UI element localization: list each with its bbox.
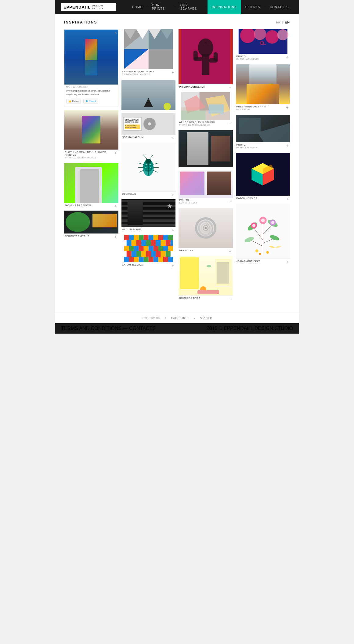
svg-point-124 (252, 224, 255, 227)
card-label-souders: SOUDERS BREA + (179, 295, 233, 300)
svg-point-29 (146, 164, 147, 165)
card-plus-construction[interactable]: + (286, 143, 289, 148)
svg-rect-53 (170, 240, 173, 246)
card-beetle[interactable]: DEYROLLE + (121, 143, 176, 196)
card-plus-eaton-cube[interactable]: + (286, 197, 289, 201)
like-button[interactable]: 👍 Faime (66, 99, 81, 103)
nav-home[interactable]: HOME (128, 0, 147, 14)
card-sproutedkitche[interactable]: SPROUTEDKITCHE + (64, 211, 118, 238)
card-plus-beetle[interactable]: + (172, 192, 174, 197)
card-plus-norman[interactable]: + (172, 136, 174, 140)
lang-sep: | (282, 20, 285, 24)
card-plus[interactable]: + (114, 150, 117, 155)
nav-scarves[interactable]: OUR SCARVES (176, 0, 207, 14)
card-fashion-dark2[interactable] (179, 130, 233, 167)
svg-point-105 (277, 29, 288, 40)
svg-rect-79 (153, 257, 158, 262)
card-plus-souders[interactable]: + (229, 296, 232, 301)
card-plus-eaton-pat[interactable]: + (172, 263, 174, 268)
card-akira-naka[interactable]: Prints by AKIRA NAKA + (179, 170, 233, 205)
card-label-norman: Norman album + (121, 135, 176, 139)
svg-rect-82 (168, 257, 173, 262)
svg-point-129 (259, 253, 261, 255)
card-shanghai[interactable]: Shanghai Worldexpo by AHONEN & LAMBERG + (121, 29, 176, 77)
card-eaton-jessica-pattern[interactable]: EATON JESSICA + (121, 235, 176, 267)
card-cloud[interactable] (121, 80, 176, 110)
logo[interactable]: EPPENDAHL DESIGN STUDIO (61, 3, 116, 11)
nav-contacts[interactable]: CONTACTS (266, 0, 293, 14)
svg-rect-54 (124, 246, 129, 251)
card-irm-design[interactable]: × MAR. 12 JUIN 2014 Photographie dolor s… (64, 29, 118, 107)
svg-line-21 (143, 155, 147, 159)
svg-rect-48 (146, 240, 151, 246)
tweet-button[interactable]: 🐦 Tweet (83, 99, 98, 103)
card-label-cherry: Photo by MICHAEL NEVIN + (236, 54, 290, 61)
card-label-hedi: HEDI SLIMANE + (121, 227, 176, 232)
card-plus-jasmina[interactable]: + (114, 204, 117, 208)
card-plus-shanghai[interactable]: + (172, 70, 174, 75)
lang-fr[interactable]: FR (276, 20, 281, 24)
card-label-sprouted: SPROUTEDKITCHE + (64, 233, 118, 238)
card-label-clothing: Clothing Beautiful Flower Printed by KEN… (64, 150, 118, 160)
svg-rect-64 (126, 251, 131, 257)
svg-point-122 (261, 219, 265, 222)
nav-prints[interactable]: OUR PRINTS (148, 0, 175, 14)
card-plus-joe[interactable]: + (229, 121, 232, 125)
facebook-icon: f (165, 317, 167, 320)
svg-rect-74 (129, 257, 134, 262)
card-plus-philipp[interactable]: + (229, 85, 232, 90)
svg-rect-50 (156, 240, 161, 246)
card-hedi-slimane[interactable]: ★ HEDI SLIMANE + (121, 199, 176, 232)
svg-point-100 (204, 227, 207, 229)
card-plus-deyrolle[interactable]: + (229, 249, 232, 254)
svg-point-30 (150, 164, 151, 165)
svg-rect-60 (153, 246, 158, 251)
inspirations-grid: × MAR. 12 JUIN 2014 Photographie dolor s… (64, 29, 290, 300)
card-plus-akira[interactable]: + (229, 198, 232, 203)
card-plus-sprouted[interactable]: + (114, 234, 117, 239)
card-eaton-cube[interactable]: EATON JESSICA + (236, 153, 290, 201)
svg-line-28 (153, 170, 158, 172)
svg-line-23 (139, 163, 144, 165)
facebook-link[interactable]: FACEBOOK (171, 317, 189, 320)
section-title: INSPIRATIONS (64, 20, 97, 24)
card-carven[interactable]: PreSpring 2012 Print by CARVEN + (236, 64, 290, 112)
main-content: INSPIRATIONS FR | EN × MAR. 12 JUIN 2014 (55, 14, 299, 313)
svg-rect-35 (129, 235, 134, 240)
card-norman[interactable]: NORMAN PALM SHORE TO SHORE AUSTRALIAN PA… (121, 113, 176, 139)
nav-clients[interactable]: CLIENTS (241, 0, 265, 14)
card-jean-marie[interactable]: JEAN-MARIE PELT + (236, 204, 290, 263)
svg-rect-66 (136, 251, 141, 257)
card-plus-cherry[interactable]: + (286, 55, 289, 60)
card-plus-jean-marie[interactable]: + (286, 259, 289, 264)
card-joe-bradley[interactable]: At Joe Bradley's Studio photo by MICHAEL… (179, 92, 233, 127)
card-construction[interactable]: Photo by HEDI SLIMANE + (236, 115, 290, 150)
viadeo-link[interactable]: VIADEO (200, 317, 212, 320)
card-deyrolle-nautilus[interactable]: DEYROLLE + (179, 208, 233, 253)
card-plus-carven[interactable]: + (286, 105, 289, 110)
svg-rect-75 (134, 257, 139, 262)
card-jasmina[interactable]: JASMINA BARSHOVI + (64, 163, 118, 208)
svg-rect-81 (163, 257, 168, 262)
card-label-joe: At Joe Bradley's Studio photo by MICHAEL… (179, 120, 233, 127)
card-cherry[interactable]: EL Photo by MICHAEL NEVIN + (236, 29, 290, 61)
footer-terms[interactable]: TERMS AND CONDITIONS — CONTACTS (61, 326, 156, 331)
nav-inspirations[interactable]: INSPIRATIONS (208, 0, 241, 14)
card-close-icon[interactable]: × (114, 31, 117, 35)
svg-rect-73 (124, 257, 129, 262)
svg-line-26 (153, 163, 158, 165)
svg-point-31 (145, 167, 146, 168)
card-plus-hedi[interactable]: + (172, 228, 174, 233)
card-souders[interactable]: SOUDERS BREA + (179, 256, 233, 300)
svg-rect-77 (143, 257, 148, 262)
card-clothing-girl[interactable]: Clothing Beautiful Flower Printed by KEN… (64, 110, 118, 160)
viadeo-icon: v (194, 317, 196, 320)
header: EPPENDAHL DESIGN STUDIO HOME · OUR PRINT… (55, 0, 299, 14)
svg-point-126 (271, 221, 274, 224)
card-philipp[interactable]: PHILIPP SCHAERER + (179, 29, 233, 89)
lang-switcher[interactable]: FR | EN (276, 20, 290, 24)
svg-rect-85 (202, 54, 209, 75)
lang-en[interactable]: EN (285, 20, 290, 24)
svg-text:EL: EL (260, 41, 266, 45)
svg-rect-57 (139, 246, 143, 251)
